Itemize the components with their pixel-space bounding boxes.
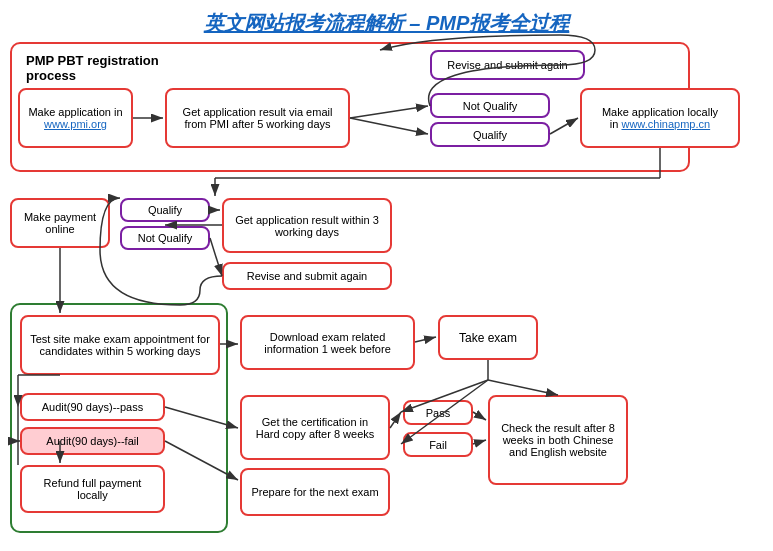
not-qualify-box-2: Not Qualify <box>120 226 210 250</box>
qualify-box-1: Qualify <box>430 122 550 147</box>
make-application-local-box: Make application locally in www.chinapmp… <box>580 88 740 148</box>
page-title: 英文网站报考流程解析 – PMP报考全过程 <box>12 10 761 37</box>
svg-line-22 <box>390 412 401 428</box>
get-result-email-box: Get application result via email from PM… <box>165 88 350 148</box>
certification-box: Get the certification in Hard copy after… <box>240 395 390 460</box>
make-application-box: Make application in www.pmi.org <box>18 88 133 148</box>
page: 英文网站报考流程解析 – PMP报考全过程 PMP PBT registrati… <box>0 0 773 551</box>
audit-fail-box: Audit(90 days)--fail <box>20 427 165 455</box>
not-qualify-box-1: Not Qualify <box>430 93 550 118</box>
next-exam-box: Prepare for the next exam <box>240 468 390 516</box>
get-result-3days-box: Get application result within 3 working … <box>222 198 392 253</box>
svg-line-10 <box>210 238 222 276</box>
svg-line-21 <box>473 440 486 444</box>
pmp-pbt-label: PMP PBT registration process <box>18 48 173 88</box>
fail-box: Fail <box>403 432 473 457</box>
take-exam-box: Take exam <box>438 315 538 360</box>
svg-line-15 <box>415 337 436 342</box>
chinapmp-link[interactable]: www.chinapmp.cn <box>621 118 710 130</box>
qualify-box-2: Qualify <box>120 198 210 222</box>
pmi-link[interactable]: www.pmi.org <box>44 118 107 130</box>
svg-line-17 <box>488 380 558 395</box>
svg-line-20 <box>473 412 486 420</box>
test-site-box: Test site make exam appointment for cand… <box>20 315 220 375</box>
check-result-box: Check the result after 8 weeks in both C… <box>488 395 628 485</box>
pass-box: Pass <box>403 400 473 425</box>
download-exam-box: Download exam related information 1 week… <box>240 315 415 370</box>
make-payment-box: Make payment online <box>10 198 110 248</box>
revise-submit-box-2: Revise and submit again <box>222 262 392 290</box>
revise-submit-box: Revise and submit again <box>430 50 585 80</box>
refund-box: Refund full payment locally <box>20 465 165 513</box>
audit-pass-box: Audit(90 days)--pass <box>20 393 165 421</box>
